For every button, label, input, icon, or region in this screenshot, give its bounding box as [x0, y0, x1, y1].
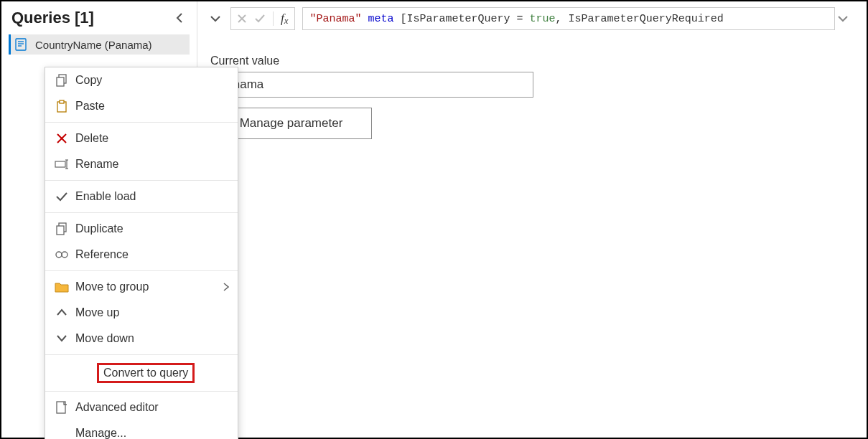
collapse-sidebar-button[interactable] [172, 11, 187, 24]
chevron-left-icon [175, 13, 184, 23]
chevron-down-icon [838, 15, 848, 22]
menu-reference-label: Reference [75, 248, 229, 261]
formula-bar-input[interactable]: "Panama" meta [IsParameterQuery = true ,… [302, 7, 835, 30]
formula-token-const: true [530, 13, 556, 25]
advanced-editor-icon [52, 401, 71, 414]
menu-convert-to-query[interactable]: Convert to query [45, 358, 238, 388]
menu-delete-label: Delete [75, 132, 229, 145]
formula-commit-button[interactable] [254, 14, 266, 24]
svg-point-14 [56, 252, 62, 258]
menu-copy-label: Copy [75, 74, 229, 87]
menu-advanced-editor-label: Advanced editor [75, 401, 229, 414]
sidebar-title: Queries [1] [11, 9, 94, 27]
menu-rename[interactable]: Rename [45, 151, 238, 177]
fx-icon[interactable]: fx [273, 11, 289, 26]
sidebar-header: Queries [1] [1, 1, 197, 34]
formula-expand-button[interactable] [838, 15, 854, 22]
manage-parameter-label: Manage parameter [240, 116, 343, 131]
svg-rect-7 [60, 100, 64, 103]
formula-token-keyword: meta [368, 13, 394, 25]
menu-move-to-group-label: Move to group [75, 280, 223, 293]
menu-manage[interactable]: Manage... [45, 420, 238, 439]
menu-separator [45, 270, 238, 271]
menu-move-to-group[interactable]: Move to group [45, 274, 238, 300]
query-item-countryname[interactable]: CountryName (Panama) [9, 34, 190, 55]
formula-bar-row: fx "Panama" meta [IsParameterQuery = tru… [210, 4, 854, 33]
chevron-down-icon [52, 334, 71, 343]
app-frame: Queries [1] CountryName (Panama) [0, 0, 868, 439]
paste-icon [52, 100, 71, 113]
chevron-up-icon [52, 308, 71, 317]
menu-separator [45, 354, 238, 355]
menu-delete[interactable]: Delete [45, 126, 238, 151]
menu-manage-label: Manage... [75, 427, 229, 439]
chevron-down-icon [210, 15, 220, 22]
svg-rect-5 [57, 77, 64, 86]
menu-separator [45, 122, 238, 123]
menu-paste[interactable]: Paste [45, 93, 238, 119]
menu-copy[interactable]: Copy [45, 67, 238, 93]
menu-reference[interactable]: Reference [45, 242, 238, 268]
main-panel: fx "Panama" meta [IsParameterQuery = tru… [197, 1, 867, 438]
convert-highlight: Convert to query [97, 363, 195, 383]
menu-convert-label: Convert to query [103, 367, 188, 379]
chevron-right-icon [223, 283, 229, 291]
menu-move-up-label: Move up [75, 306, 229, 319]
parameter-icon [15, 37, 29, 52]
menu-duplicate-label: Duplicate [75, 222, 229, 235]
menu-duplicate[interactable]: Duplicate [45, 216, 238, 242]
duplicate-icon [52, 222, 71, 235]
query-context-menu: Copy Paste Delete Rename Ena [45, 67, 238, 439]
rename-icon [52, 159, 71, 170]
formula-token-plain: , IsParameterQueryRequired [556, 13, 724, 25]
menu-rename-label: Rename [75, 158, 229, 171]
delete-icon [52, 133, 71, 144]
svg-rect-13 [57, 226, 64, 235]
menu-paste-label: Paste [75, 100, 229, 113]
formula-cancel-button[interactable] [237, 14, 247, 24]
menu-advanced-editor[interactable]: Advanced editor [45, 395, 238, 420]
check-icon [254, 14, 266, 24]
menu-separator [45, 391, 238, 392]
current-value-input[interactable]: Panama [210, 72, 533, 98]
reference-icon [52, 250, 71, 260]
copy-icon [52, 74, 71, 87]
svg-rect-8 [55, 161, 65, 167]
menu-move-up[interactable]: Move up [45, 300, 238, 326]
x-icon [237, 14, 247, 24]
menu-enable-load[interactable]: Enable load [45, 184, 238, 209]
formula-toggle-button[interactable] [210, 15, 226, 22]
folder-icon [52, 281, 71, 293]
menu-move-down-label: Move down [75, 332, 229, 345]
query-item-label: CountryName (Panama) [35, 39, 152, 51]
formula-token-string: "Panama" [310, 13, 362, 25]
check-icon [52, 192, 71, 202]
formula-token-plain: [IsParameterQuery = [394, 13, 530, 25]
menu-separator [45, 212, 238, 213]
svg-rect-0 [16, 39, 26, 50]
formula-action-buttons: fx [230, 7, 295, 30]
current-value-label: Current value [210, 55, 854, 67]
menu-move-down[interactable]: Move down [45, 326, 238, 351]
svg-point-15 [62, 252, 67, 258]
menu-separator [45, 180, 238, 181]
menu-enable-load-label: Enable load [75, 190, 229, 203]
